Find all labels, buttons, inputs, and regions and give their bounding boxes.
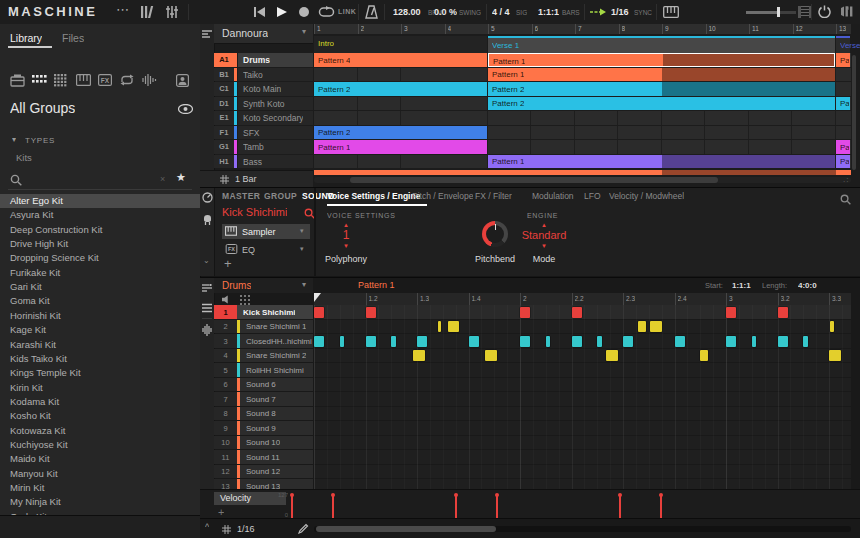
tab-parameter-page[interactable]: Pitch / Envelope [412,191,473,201]
list-item[interactable]: Horinishi Kit [0,309,200,323]
sound-badge[interactable]: 11 [214,450,237,464]
scene-block[interactable]: Verse 1 [488,36,835,53]
step-row-lane[interactable] [314,378,851,392]
step-row-lane[interactable] [314,465,851,479]
track-badge[interactable]: D1 [214,97,237,111]
sound-name-cell[interactable]: Sound 11 [240,450,313,464]
master-volume-slider[interactable] [746,11,796,14]
main-menu-button[interactable]: ⋯ [116,2,129,17]
step-row-lane[interactable] [314,392,851,406]
sound-badge[interactable]: 2 [214,320,237,334]
sound-name-cell[interactable]: Sound 12 [240,465,313,479]
plugin-slot[interactable]: FXEQ▾ [222,242,310,257]
scene-block[interactable]: Verse 2 [836,36,850,53]
record-button-icon[interactable] [299,7,309,17]
pattern-length-value[interactable]: 4:0:0 [798,281,817,290]
step-row-lane[interactable] [314,305,851,319]
velocity-stem[interactable] [619,495,621,518]
link-button[interactable]: LINK [338,8,356,15]
sound-name-cell[interactable]: Snare Shichimi 1 [240,320,313,334]
pattern-clip[interactable]: Pattern 2 [488,97,835,111]
sound-name-cell[interactable]: Sound 8 [240,407,313,421]
grid-icon[interactable] [220,175,229,184]
add-plugin-button[interactable]: + [224,256,232,271]
note-event[interactable] [413,350,425,361]
note-event[interactable] [675,336,685,347]
velocity-stem-dot[interactable] [290,493,294,497]
velocity-stem-dot[interactable] [454,493,458,497]
list-item[interactable]: Kids Taiko Kit [0,352,200,366]
editor-group-caret-icon[interactable]: ▾ [302,280,306,289]
time-signature-value[interactable]: 4 / 4 [492,7,510,17]
list-item[interactable]: Kuchiyose Kit [0,438,200,452]
arranger-hscrollbar-thumb[interactable] [350,177,718,183]
list-item[interactable]: Karashi Kit [0,338,200,352]
quantize-value[interactable]: 1/16 [611,7,629,17]
pattern-clip[interactable]: Patt [836,155,850,169]
sound-badge[interactable]: 8 [214,407,237,421]
pattern-clip[interactable]: Pattern 2 [314,82,487,96]
sound-badge[interactable]: 6 [214,378,237,392]
track-name-cell[interactable]: Synth Koto [238,97,313,111]
pad-grid-icon[interactable] [240,295,250,305]
editor-group-cell[interactable]: Drums ▾ [214,278,313,293]
page-search-icon[interactable] [840,194,851,205]
grid-icon[interactable] [222,525,231,534]
velocity-stems-area[interactable] [291,490,860,520]
note-event[interactable] [778,336,788,347]
step-row-lane[interactable] [314,421,851,435]
track-badge[interactable]: C1 [214,82,237,96]
types-section-label[interactable]: TYPES [25,136,55,145]
step-row-lane[interactable] [314,349,851,363]
list-item[interactable]: Kotowaza Kit [0,424,200,438]
types-filter-kits[interactable]: Kits [16,152,32,163]
list-item[interactable]: Kodama Kit [0,395,200,409]
tab-parameter-page[interactable]: Velocity / Modwheel [609,191,684,201]
pattern-name[interactable]: Pattern 1 [358,280,395,290]
list-item[interactable]: My Ninja Kit [0,495,200,509]
groups-icon[interactable] [32,74,48,88]
plugin-slot-caret-icon[interactable]: ▾ [300,227,304,235]
loops-icon[interactable] [120,74,136,88]
sound-name-cell[interactable]: Kick Shichimi [237,305,313,319]
note-event[interactable] [520,336,530,347]
note-event[interactable] [485,350,497,361]
note-event[interactable] [638,321,646,332]
track-name-cell[interactable]: SFX [238,126,313,140]
track-name-cell[interactable]: Bass [238,155,313,169]
sound-badge[interactable]: 5 [214,363,237,377]
tab-library[interactable]: Library [10,32,42,44]
editor-hscrollbar-thumb[interactable] [316,526,496,532]
pattern-clip[interactable]: Pattern 2 [488,82,835,96]
velocity-stem[interactable] [496,495,498,518]
user-icon[interactable] [176,74,192,88]
metronome-icon[interactable] [365,5,378,19]
sound-badge[interactable]: 7 [214,392,237,406]
note-event[interactable] [650,321,662,332]
mode-stepper[interactable]: ▲ Standard ▼ [514,222,574,249]
editor-group-name[interactable]: Drums [222,280,251,291]
list-item[interactable]: Deep Construction Kit [0,223,200,237]
pattern-clip[interactable]: Patt [836,97,850,111]
eye-icon[interactable] [178,104,193,114]
note-event[interactable] [829,350,841,361]
sound-name-cell[interactable]: Sound 13 [240,479,313,489]
pattern-clip[interactable]: Patt [836,53,850,67]
scene-block[interactable]: Intro [314,36,487,53]
list-item[interactable]: Kage Kit [0,323,200,337]
velocity-stem-dot[interactable] [618,493,622,497]
sound-badge[interactable]: 9 [214,421,237,435]
list-item[interactable]: Manyou Kit [0,467,200,481]
step-view-icon[interactable] [202,283,212,293]
note-event[interactable] [572,336,582,347]
step-row-lane[interactable] [314,479,851,489]
pattern-start-value[interactable]: 1:1:1 [732,281,751,290]
track-name-cell[interactable]: Koto Main [238,82,313,96]
list-item[interactable]: Alter Ego Kit [0,194,200,208]
tab-parameter-page[interactable]: Voice Settings / Engine [327,191,420,201]
pattern-clip[interactable]: Pattern 1 [488,68,835,82]
playhead-marker[interactable] [314,293,321,302]
track-lane[interactable] [314,111,851,125]
velocity-stem[interactable] [455,495,457,518]
polyphony-stepper[interactable]: ▲ 1 ▼ [326,222,366,249]
